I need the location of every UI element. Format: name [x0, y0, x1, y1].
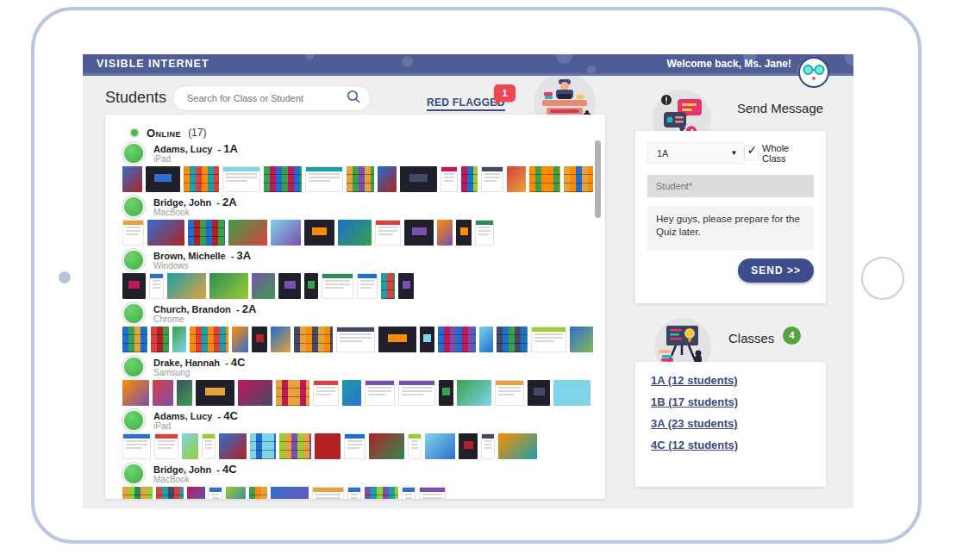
student-row[interactable]: Bridge, John - 2AMacBook	[122, 196, 593, 246]
screen-thumbnail[interactable]	[304, 220, 334, 246]
screen-thumbnail[interactable]	[425, 433, 455, 459]
student-row[interactable]: Brown, Michelle - 3AWindows	[122, 249, 593, 300]
screen-thumbnail[interactable]	[238, 380, 272, 406]
screen-thumbnail[interactable]	[232, 327, 248, 352]
screen-thumbnail[interactable]	[564, 166, 593, 192]
whole-class-checkbox[interactable]: ✓ Whole Class	[745, 143, 814, 164]
screen-thumbnail[interactable]	[271, 487, 309, 499]
screen-thumbnail[interactable]	[222, 166, 260, 192]
screen-thumbnail[interactable]	[151, 327, 169, 352]
screen-thumbnail[interactable]	[398, 273, 414, 299]
student-row[interactable]: Bridge, John - 4CMacBook	[122, 463, 593, 499]
screen-thumbnail[interactable]	[369, 433, 404, 459]
screen-thumbnail[interactable]	[498, 433, 537, 459]
screen-thumbnail[interactable]	[250, 433, 276, 459]
class-dropdown[interactable]: 1A ▼	[647, 142, 745, 164]
screen-thumbnail[interactable]	[271, 220, 301, 246]
student-field[interactable]	[647, 175, 814, 197]
red-flagged-link[interactable]: RED FLAGGED	[427, 96, 505, 111]
screen-thumbnail[interactable]	[122, 220, 144, 246]
screen-thumbnail[interactable]	[553, 380, 590, 406]
screen-thumbnail[interactable]	[507, 166, 526, 192]
screen-thumbnail[interactable]	[495, 380, 524, 406]
tablet-home-button[interactable]	[861, 257, 904, 300]
screen-thumbnail[interactable]	[209, 273, 248, 299]
screen-thumbnail[interactable]	[378, 166, 397, 192]
screen-thumbnail[interactable]	[375, 220, 401, 246]
screen-thumbnail[interactable]	[122, 380, 149, 406]
screen-thumbnail[interactable]	[219, 433, 247, 459]
screen-thumbnail[interactable]	[531, 327, 566, 352]
screen-thumbnail[interactable]	[420, 327, 434, 352]
screen-thumbnail[interactable]	[154, 433, 178, 459]
screen-thumbnail[interactable]	[357, 273, 378, 299]
screen-thumbnail[interactable]	[378, 327, 416, 352]
screen-thumbnail[interactable]	[344, 433, 366, 459]
screen-thumbnail[interactable]	[177, 380, 192, 406]
search-bar[interactable]	[172, 85, 371, 111]
screen-thumbnail[interactable]	[365, 487, 398, 499]
screen-thumbnail[interactable]	[172, 327, 186, 352]
screen-thumbnail[interactable]	[404, 220, 434, 246]
screen-thumbnail[interactable]	[249, 487, 267, 499]
teacher-avatar[interactable]	[798, 57, 829, 88]
send-button[interactable]: SEND >>	[738, 258, 814, 283]
screen-thumbnail[interactable]	[122, 433, 151, 459]
screen-thumbnail[interactable]	[149, 273, 164, 299]
screen-thumbnail[interactable]	[122, 487, 153, 499]
screen-thumbnail[interactable]	[338, 220, 372, 246]
screen-thumbnail[interactable]	[336, 327, 375, 352]
screen-thumbnail[interactable]	[122, 273, 146, 299]
screen-thumbnail[interactable]	[342, 380, 361, 406]
screen-thumbnail[interactable]	[228, 220, 267, 246]
search-icon[interactable]	[346, 89, 361, 108]
student-row[interactable]: Church, Brandon - 2AChrome	[122, 302, 593, 353]
screen-thumbnail[interactable]	[188, 220, 225, 246]
screen-thumbnail[interactable]	[528, 380, 550, 406]
screen-thumbnail[interactable]	[398, 380, 435, 406]
screen-thumbnail[interactable]	[313, 380, 339, 406]
screen-thumbnail[interactable]	[276, 380, 309, 406]
student-row[interactable]: Drake, Hannah - 4CSamsung	[122, 356, 593, 407]
screen-thumbnail[interactable]	[497, 327, 528, 352]
screen-thumbnail[interactable]	[408, 433, 422, 459]
screen-thumbnail[interactable]	[184, 166, 219, 192]
screen-thumbnail[interactable]	[437, 220, 453, 246]
screen-thumbnail[interactable]	[347, 166, 374, 192]
screen-thumbnail[interactable]	[381, 273, 395, 299]
screen-thumbnail[interactable]	[278, 273, 301, 299]
list-scrollbar[interactable]	[595, 140, 601, 218]
screen-thumbnail[interactable]	[365, 380, 395, 406]
screen-thumbnail[interactable]	[461, 166, 478, 192]
student-row[interactable]: Adams, Lucy - 4CiPad	[122, 409, 593, 460]
screen-thumbnail[interactable]	[182, 433, 198, 459]
screen-thumbnail[interactable]	[167, 273, 206, 299]
message-textarea[interactable]: Hey guys, please prepare for the Quiz la…	[647, 206, 814, 251]
screen-thumbnail[interactable]	[570, 327, 593, 352]
class-link-1b[interactable]: 1B (17 students)	[651, 395, 738, 408]
screen-thumbnail[interactable]	[226, 487, 246, 499]
screen-thumbnail[interactable]	[347, 487, 361, 499]
screen-thumbnail[interactable]	[190, 327, 228, 352]
screen-thumbnail[interactable]	[122, 327, 147, 352]
screen-thumbnail[interactable]	[252, 273, 275, 299]
screen-thumbnail[interactable]	[187, 487, 205, 499]
screen-thumbnail[interactable]	[196, 380, 234, 406]
screen-thumbnail[interactable]	[304, 273, 318, 299]
screen-thumbnail[interactable]	[402, 487, 416, 499]
screen-thumbnail[interactable]	[312, 487, 344, 499]
screen-thumbnail[interactable]	[322, 273, 353, 299]
search-input[interactable]	[187, 93, 346, 103]
screen-thumbnail[interactable]	[475, 220, 494, 246]
screen-thumbnail[interactable]	[459, 433, 478, 459]
screen-thumbnail[interactable]	[209, 487, 222, 499]
screen-thumbnail[interactable]	[481, 166, 503, 192]
student-row[interactable]: Adams, Lucy - 1AiPad	[122, 142, 593, 193]
screen-thumbnail[interactable]	[479, 327, 493, 352]
screen-thumbnail[interactable]	[264, 166, 302, 192]
screen-thumbnail[interactable]	[439, 380, 453, 406]
screen-thumbnail[interactable]	[294, 327, 333, 352]
screen-thumbnail[interactable]	[279, 433, 311, 459]
screen-thumbnail[interactable]	[305, 166, 343, 192]
screen-thumbnail[interactable]	[481, 433, 495, 459]
